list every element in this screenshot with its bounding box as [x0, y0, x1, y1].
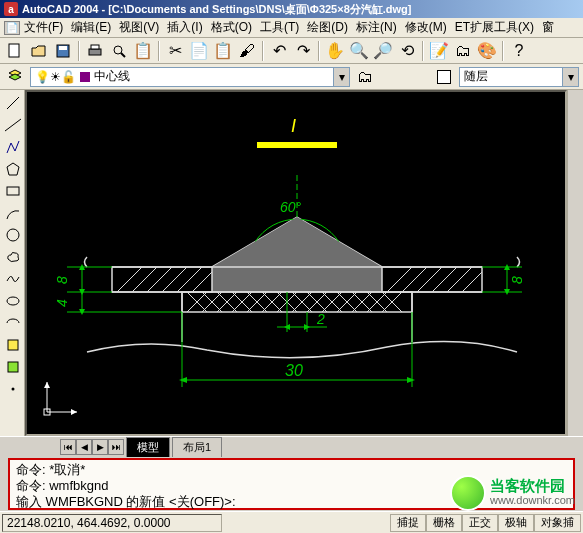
- bulb-icon: 💡: [35, 70, 50, 84]
- watermark-name: 当客软件园: [490, 479, 575, 493]
- menu-dimension[interactable]: 标注(N): [352, 17, 401, 38]
- circle-tool[interactable]: [2, 224, 23, 245]
- status-ortho-button[interactable]: 正交: [462, 514, 498, 532]
- preview-button[interactable]: [108, 40, 130, 62]
- line-tool[interactable]: [2, 92, 23, 113]
- svg-rect-4: [91, 45, 99, 49]
- tab-layout1[interactable]: 布局1: [172, 437, 222, 457]
- copy-button[interactable]: 📄: [188, 40, 210, 62]
- dim-8-left: 8: [54, 276, 70, 284]
- make-block-tool[interactable]: [2, 356, 23, 377]
- menu-window[interactable]: 窗: [538, 17, 558, 38]
- properties-button[interactable]: 📝: [428, 40, 450, 62]
- menu-modify[interactable]: 修改(M): [401, 17, 451, 38]
- tab-prev-button[interactable]: ◀: [76, 439, 92, 455]
- cut-button[interactable]: ✂: [164, 40, 186, 62]
- layer-manager-button[interactable]: [4, 66, 26, 88]
- doc-icon[interactable]: 📄: [4, 21, 20, 35]
- layer-dropdown[interactable]: 💡 ☀ 🔓 中心线 ▾: [30, 67, 350, 87]
- svg-rect-3: [89, 49, 101, 55]
- menu-edit[interactable]: 编辑(E): [67, 17, 115, 38]
- redo-button[interactable]: ↷: [292, 40, 314, 62]
- hatch-right: [387, 267, 482, 292]
- linetype-dropdown[interactable]: 随层 ▾: [459, 67, 579, 87]
- lock-icon: 🔓: [61, 70, 76, 84]
- dim-4-left: 4: [54, 299, 70, 307]
- menu-tools[interactable]: 工具(T): [256, 17, 303, 38]
- tab-model[interactable]: 模型: [126, 437, 170, 457]
- chevron-down-icon[interactable]: ▾: [562, 68, 578, 86]
- vertical-scrollbar[interactable]: [567, 90, 583, 436]
- tab-first-button[interactable]: ⏮: [60, 439, 76, 455]
- polygon-tool[interactable]: [2, 158, 23, 179]
- help-button[interactable]: ?: [508, 40, 530, 62]
- rectangle-tool[interactable]: [2, 180, 23, 201]
- tab-last-button[interactable]: ⏭: [108, 439, 124, 455]
- status-snap-button[interactable]: 捕捉: [390, 514, 426, 532]
- new-button[interactable]: [4, 40, 26, 62]
- menu-view[interactable]: 视图(V): [115, 17, 163, 38]
- zoom-rt-button[interactable]: 🔍: [348, 40, 370, 62]
- match-button[interactable]: 🖌: [236, 40, 258, 62]
- ellipse-arc-tool[interactable]: [2, 312, 23, 333]
- svg-marker-9: [7, 163, 19, 175]
- zoom-win-button[interactable]: 🔎: [372, 40, 394, 62]
- standard-toolbar: 📋 ✂ 📄 📋 🖌 ↶ ↷ ✋ 🔍 🔎 ⟲ 📝 🗂 🎨 ?: [0, 38, 583, 64]
- dim-2: 2: [316, 311, 325, 327]
- hatch-bottom: [187, 292, 402, 312]
- separator: [502, 41, 504, 61]
- dim-8-right: 8: [509, 276, 525, 284]
- menu-format[interactable]: 格式(O): [207, 17, 256, 38]
- layer-prev-button[interactable]: 🗂: [354, 66, 376, 88]
- menu-draw[interactable]: 绘图(D): [303, 17, 352, 38]
- arc-tool[interactable]: [2, 202, 23, 223]
- pan-button[interactable]: ✋: [324, 40, 346, 62]
- save-button[interactable]: [52, 40, 74, 62]
- insert-block-tool[interactable]: [2, 334, 23, 355]
- designcenter-button[interactable]: 🗂: [452, 40, 474, 62]
- watermark-logo-icon: [450, 475, 486, 511]
- toolpalette-button[interactable]: 🎨: [476, 40, 498, 62]
- color-button[interactable]: [433, 66, 455, 88]
- ellipse-tool[interactable]: [2, 290, 23, 311]
- open-button[interactable]: [28, 40, 50, 62]
- svg-line-17: [117, 267, 142, 292]
- menu-bar: 📄 文件(F) 编辑(E) 视图(V) 插入(I) 格式(O) 工具(T) 绘图…: [0, 18, 583, 38]
- undo-button[interactable]: ↶: [268, 40, 290, 62]
- sun-icon: ☀: [50, 70, 61, 84]
- app-icon: a: [4, 2, 18, 16]
- paste-button[interactable]: 📋: [212, 40, 234, 62]
- draw-toolbar: [0, 90, 25, 436]
- window-title: AutoCAD 2004 - [C:\Documents and Setting…: [22, 2, 412, 17]
- menu-ettools[interactable]: ET扩展工具(X): [451, 17, 538, 38]
- point-tool[interactable]: [2, 378, 23, 399]
- print-button[interactable]: [84, 40, 106, 62]
- properties-toolbar: 💡 ☀ 🔓 中心线 ▾ 🗂 随层 ▾: [0, 64, 583, 90]
- svg-rect-14: [8, 362, 18, 372]
- menu-file[interactable]: 文件(F): [20, 17, 67, 38]
- xline-tool[interactable]: [2, 114, 23, 135]
- drawing-canvas[interactable]: I 60°: [25, 90, 567, 436]
- tab-next-button[interactable]: ▶: [92, 439, 108, 455]
- menu-insert[interactable]: 插入(I): [163, 17, 206, 38]
- svg-point-12: [7, 297, 19, 305]
- svg-line-25: [417, 267, 442, 292]
- svg-line-20: [162, 267, 187, 292]
- zoom-prev-button[interactable]: ⟲: [396, 40, 418, 62]
- hatch-left: [117, 267, 212, 292]
- svg-line-28: [462, 272, 482, 292]
- spline-tool[interactable]: [2, 268, 23, 289]
- svg-line-24: [402, 267, 427, 292]
- ucs-icon: [44, 382, 77, 415]
- status-osnap-button[interactable]: 对象捕: [534, 514, 581, 532]
- svg-line-27: [447, 267, 472, 292]
- svg-line-18: [132, 267, 157, 292]
- status-grid-button[interactable]: 栅格: [426, 514, 462, 532]
- title-bar: a AutoCAD 2004 - [C:\Documents and Setti…: [0, 0, 583, 18]
- revcloud-tool[interactable]: [2, 246, 23, 267]
- polyline-tool[interactable]: [2, 136, 23, 157]
- publish-button[interactable]: 📋: [132, 40, 154, 62]
- status-polar-button[interactable]: 极轴: [498, 514, 534, 532]
- chevron-down-icon[interactable]: ▾: [333, 68, 349, 86]
- separator: [422, 41, 424, 61]
